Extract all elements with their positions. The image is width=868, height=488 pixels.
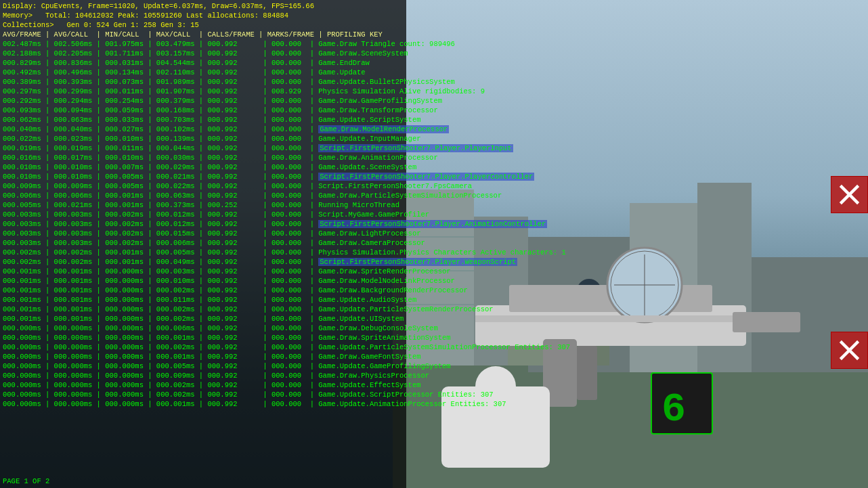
- profiler-row: 000.001ms | 000.001ms | 000.000ms | 000.…: [3, 267, 404, 276]
- profiler-row: 000.022ms | 000.023ms | 000.010ms | 000.…: [3, 134, 404, 143]
- profiler-row: 000.009ms | 000.009ms | 000.005ms | 000.…: [3, 181, 404, 191]
- profiler-row: 000.002ms | 000.002ms | 000.001ms | 000.…: [3, 257, 404, 267]
- profiler-row: 000.000ms | 000.000ms | 000.000ms | 000.…: [3, 352, 404, 361]
- profiler-row: 002.188ms | 002.205ms | 001.711ms | 003.…: [3, 49, 404, 58]
- profiler-row: 000.003ms | 000.003ms | 000.002ms | 000.…: [3, 238, 404, 248]
- profiler-row: 000.003ms | 000.003ms | 000.002ms | 000.…: [3, 210, 404, 219]
- header-line-2: Memory> Total: 104612032 Peak: 105591260…: [3, 11, 404, 20]
- profiler-row: 000.389ms | 000.393ms | 000.073ms | 001.…: [3, 77, 404, 87]
- profiler-row: 002.487ms | 002.506ms | 001.975ms | 003.…: [3, 39, 404, 49]
- svg-text:6: 6: [661, 386, 686, 432]
- profiler-row: 000.829ms | 000.836ms | 000.031ms | 004.…: [3, 58, 404, 68]
- profiler-row: 000.492ms | 000.496ms | 000.134ms | 002.…: [3, 68, 404, 77]
- profiler-row: 000.297ms | 000.299ms | 000.011ms | 001.…: [3, 87, 404, 96]
- profiler-row: 000.019ms | 000.019ms | 000.011ms | 000.…: [3, 143, 404, 153]
- profiler-row: 000.000ms | 000.000ms | 000.000ms | 000.…: [3, 371, 404, 380]
- profiler-row: 000.292ms | 000.294ms | 000.254ms | 000.…: [3, 96, 404, 106]
- profiler-row: 000.010ms | 000.010ms | 000.007ms | 000.…: [3, 162, 404, 172]
- profiler-row: 000.003ms | 000.003ms | 000.002ms | 000.…: [3, 219, 404, 229]
- profiler-row: 000.000ms | 000.000ms | 000.000ms | 000.…: [3, 399, 404, 409]
- profiler-row: 000.000ms | 000.000ms | 000.000ms | 000.…: [3, 390, 404, 399]
- header-line-1: Display: CpuEvents, Frame=11020, Update=…: [3, 1, 404, 11]
- profiler-row: 000.000ms | 000.000ms | 000.000ms | 000.…: [3, 324, 404, 333]
- profiler-row: 000.000ms | 000.000ms | 000.000ms | 000.…: [3, 380, 404, 390]
- hud-icon-bottom: [831, 332, 868, 369]
- profiler-row: 000.000ms | 000.000ms | 000.000ms | 000.…: [3, 333, 404, 342]
- profiler-row: 000.001ms | 000.001ms | 000.000ms | 000.…: [3, 295, 404, 305]
- profiler-row: 000.093ms | 000.094ms | 000.059ms | 000.…: [3, 106, 404, 115]
- profiler-row: 000.006ms | 000.006ms | 000.001ms | 000.…: [3, 191, 404, 200]
- profiler-row: 000.002ms | 000.002ms | 000.001ms | 000.…: [3, 248, 404, 257]
- svg-rect-20: [733, 312, 800, 332]
- profiler-row: 000.001ms | 000.001ms | 000.000ms | 000.…: [3, 276, 404, 286]
- svg-rect-22: [577, 346, 597, 400]
- profiler-row: 000.040ms | 000.040ms | 000.027ms | 000.…: [3, 125, 404, 134]
- profiler-row: 000.003ms | 000.003ms | 000.002ms | 000.…: [3, 229, 404, 238]
- profiler-row: 000.010ms | 000.010ms | 000.005ms | 000.…: [3, 172, 404, 181]
- profiler-overlay: Display: CpuEvents, Frame=11020, Update=…: [0, 0, 406, 488]
- profiler-row: 000.001ms | 000.001ms | 000.000ms | 000.…: [3, 314, 404, 324]
- hud-icon-top: [831, 176, 868, 213]
- profiler-row: 000.001ms | 000.001ms | 000.000ms | 000.…: [3, 305, 404, 314]
- profiler-row: 000.000ms | 000.000ms | 000.000ms | 000.…: [3, 361, 404, 371]
- header-line-3: Collections> Gen 0: 524 Gen 1: 258 Gen 3…: [3, 20, 404, 30]
- profiler-row: 000.062ms | 000.063ms | 000.033ms | 000.…: [3, 115, 404, 125]
- profiler-row: 000.005ms | 000.021ms | 000.001ms | 000.…: [3, 200, 404, 210]
- profiler-row: 000.016ms | 000.017ms | 000.010ms | 000.…: [3, 153, 404, 162]
- profiler-row: 000.000ms | 000.000ms | 000.000ms | 000.…: [3, 342, 404, 352]
- column-headers: AVG/FRAME | AVG/CALL | MIN/CALL | MAX/CA…: [3, 30, 404, 39]
- svg-rect-23: [475, 315, 733, 322]
- page-indicator: PAGE 1 OF 2: [3, 477, 49, 485]
- profiler-row: 000.001ms | 000.001ms | 000.000ms | 000.…: [3, 286, 404, 295]
- profiler-rows: 002.487ms | 002.506ms | 001.975ms | 003.…: [3, 39, 404, 409]
